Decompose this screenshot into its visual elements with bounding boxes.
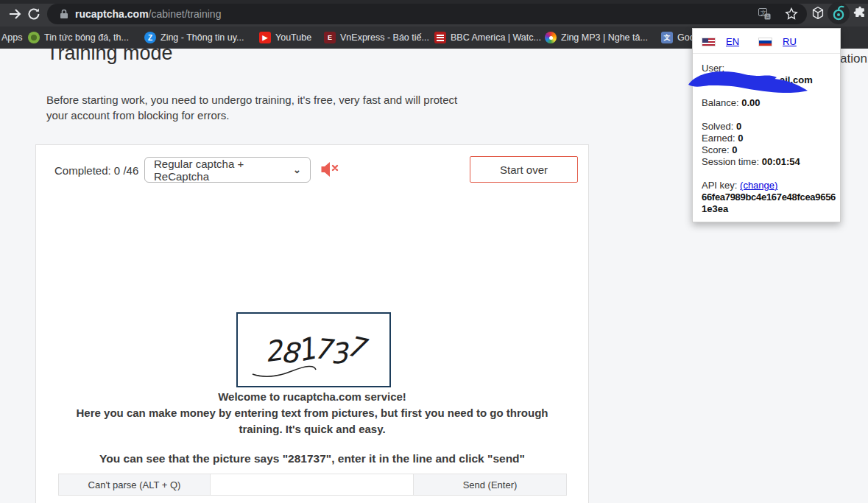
intro-line-1: Before starting work, you need to underg… — [46, 92, 457, 108]
bookmark-bongda[interactable]: Tin tức bóng đá, th... — [44, 32, 129, 43]
google-translate-favicon: 文 — [661, 32, 673, 43]
cube-extension-icon[interactable] — [810, 5, 826, 21]
welcome-line-2: Here you can make money by entering text… — [36, 407, 588, 419]
zing-favicon: Z — [144, 32, 156, 43]
rucaptcha-popup: EN RU User: ail.com Balance: 0.00 Solved… — [692, 28, 841, 222]
browser-toolbar: rucaptcha.com/cabinet/training 文 A — [0, 0, 868, 27]
instruction-line: You can see that the picture says "28173… — [36, 452, 588, 465]
welcome-line-3: training. It's quick and easy. — [36, 423, 588, 435]
answer-row: Can't parse (ALT + Q) Send (Enter) — [58, 474, 567, 496]
address-bar[interactable]: rucaptcha.com/cabinet/training 文 A — [47, 4, 807, 24]
rucaptcha-extension-icon[interactable] — [828, 2, 850, 24]
session-time-value: 00:01:54 — [762, 156, 800, 167]
url-text: rucaptcha.com/cabinet/training — [75, 8, 221, 20]
popup-divider — [693, 53, 840, 54]
score-value: 0 — [732, 144, 737, 155]
captcha-image: 281737 — [236, 312, 391, 387]
api-key-label: API key: — [702, 180, 737, 191]
captcha-answer-input[interactable] — [211, 474, 413, 495]
translate-icon[interactable]: 文 A — [758, 8, 771, 20]
earned-value: 0 — [738, 133, 743, 144]
lock-icon — [59, 8, 69, 20]
api-key-value-line2: 1e3ea — [702, 203, 728, 214]
language-switcher: EN RU — [702, 36, 810, 47]
earned-label: Earned: — [702, 133, 735, 144]
browser-window: rucaptcha.com/cabinet/training 文 A — [0, 0, 868, 503]
bookmark-star-icon[interactable] — [785, 7, 798, 21]
session-time-label: Session time: — [702, 156, 759, 167]
zingmp3-favicon — [545, 32, 557, 43]
bbc-america-favicon — [434, 32, 446, 43]
us-flag-icon — [702, 38, 716, 46]
rucaptcha-glyph — [830, 4, 847, 22]
extensions-puzzle-icon[interactable] — [853, 6, 867, 21]
lang-en-link[interactable]: EN — [726, 36, 739, 47]
earned-line: Earned: 0 — [702, 133, 743, 144]
solved-line: Solved: 0 — [702, 121, 741, 132]
api-key-change-link[interactable]: (change) — [740, 180, 777, 191]
partial-heading-right: ation: — [840, 52, 868, 66]
bookmark-zingmp3[interactable]: Zing MP3 | Nghe tả... — [561, 32, 648, 43]
mute-sound-icon[interactable] — [320, 161, 341, 180]
bongda-favicon — [28, 32, 40, 43]
score-line: Score: 0 — [702, 144, 737, 155]
svg-text:A: A — [766, 14, 770, 20]
page-title: Training mode — [46, 49, 173, 65]
bookmark-zing[interactable]: Zing - Thông tin uy... — [160, 32, 244, 43]
score-label: Score: — [702, 144, 730, 155]
chevron-down-icon: ⌄ — [293, 164, 301, 175]
bookmark-vnexpress[interactable]: VnExpress - Báo tiế... — [340, 32, 429, 43]
start-over-button[interactable]: Start over — [470, 156, 578, 183]
intro-text: Before starting work, you need to underg… — [46, 92, 457, 123]
url-path: /cabinet/training — [149, 8, 222, 20]
captcha-type-selected: Regular captcha + ReCaptcha — [154, 158, 293, 183]
ru-flag-icon — [758, 38, 772, 46]
forward-icon[interactable] — [7, 7, 22, 21]
answer-input-cell — [211, 474, 413, 495]
intro-line-2: your account from blocking for errors. — [46, 108, 457, 123]
api-key-value-line1: 66fea7989bc4e167e48fcea9656 — [702, 191, 836, 203]
vnexpress-favicon: E — [324, 32, 336, 43]
lang-ru-link[interactable]: RU — [783, 36, 797, 47]
completed-counter: Completed: 0 /46 — [54, 164, 138, 177]
cant-parse-button[interactable]: Can't parse (ALT + Q) — [59, 474, 211, 495]
reload-icon[interactable] — [27, 7, 41, 21]
send-button[interactable]: Send (Enter) — [413, 474, 566, 495]
youtube-favicon: ▶ — [259, 32, 271, 43]
apps-shortcut[interactable]: Apps — [1, 32, 23, 43]
api-key-line: API key: (change) — [702, 180, 777, 191]
bookmark-bbc-america[interactable]: BBC America | Watc... — [451, 32, 541, 43]
solved-value: 0 — [736, 121, 741, 132]
session-time-line: Session time: 00:01:54 — [702, 156, 800, 167]
captcha-scribble-flourish — [251, 365, 317, 380]
captcha-digits: 281737 — [264, 334, 362, 366]
training-card: Completed: 0 /46 Regular captcha + ReCap… — [35, 144, 589, 503]
captcha-type-select[interactable]: Regular captcha + ReCaptcha ⌄ — [144, 157, 311, 183]
email-redaction-scribble — [682, 66, 822, 99]
solved-label: Solved: — [702, 121, 733, 132]
bookmark-youtube[interactable]: YouTube — [275, 32, 311, 43]
url-host: rucaptcha.com — [75, 8, 149, 20]
welcome-line-1: Welcome to rucaptcha.com service! — [36, 390, 588, 403]
